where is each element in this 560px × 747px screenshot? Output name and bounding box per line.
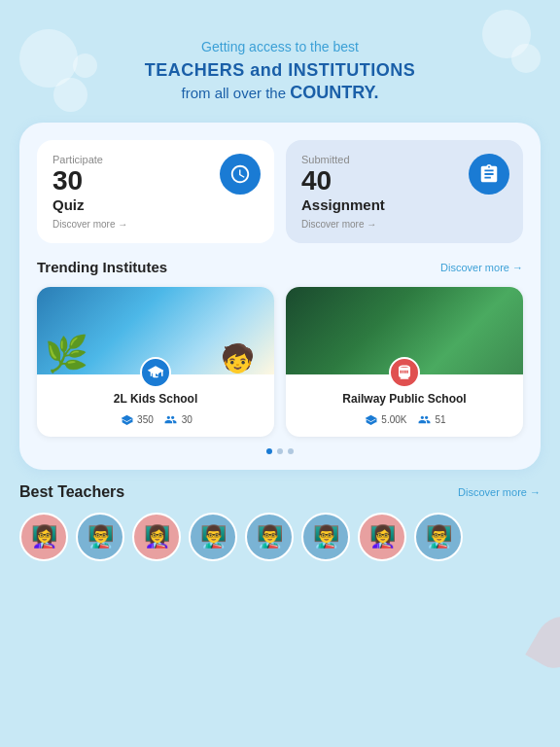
teacher-avatar-3[interactable]: 👩‍🏫 <box>132 513 181 561</box>
bubble-decoration <box>53 78 88 112</box>
stats-row: Participate 30 Quiz Discover more → Subm… <box>37 140 523 243</box>
clipboard-icon <box>478 163 500 185</box>
teachers-title: Best Teachers <box>19 483 124 501</box>
railway-logo-icon <box>396 364 413 381</box>
teacher-avatar-7[interactable]: 👩‍🏫 <box>358 513 406 561</box>
institute-image-wrap-1: 🌿 🧒 <box>37 287 274 374</box>
institute-stats-1: 350 30 <box>47 411 264 427</box>
teacher-avatar-2[interactable]: 👨‍🏫 <box>76 513 124 561</box>
student-icon <box>119 411 134 427</box>
teacher-count-1: 30 <box>182 414 192 425</box>
institute-logo-2 <box>389 357 420 388</box>
institutions-bold: INSTITUTIONS <box>288 60 415 80</box>
main-card: Participate 30 Quiz Discover more → Subm… <box>19 123 541 470</box>
teacher-avatar-4[interactable]: 👨‍🏫 <box>189 513 237 561</box>
from-text: from all over the <box>181 85 290 101</box>
teacher-icon <box>163 411 179 427</box>
dot-2[interactable] <box>277 448 283 454</box>
teachers-section: Best Teachers Discover more → 👩‍🏫👨‍🏫👩‍🏫👨… <box>19 483 541 561</box>
header-title-line3: from all over the COUNTRY. <box>58 83 502 103</box>
dot-3[interactable] <box>288 448 294 454</box>
quiz-icon <box>220 154 261 195</box>
institutes-row: 🌿 🧒 2L Kids School <box>37 287 523 437</box>
student-icon-2 <box>363 411 378 427</box>
institute-card-2[interactable]: Railway Public School 5.00K <box>286 287 523 437</box>
decorative-petal <box>525 608 560 676</box>
institute-stats-2: 5.00K 51 <box>296 411 513 427</box>
teachers-header: Best Teachers Discover more → <box>19 483 541 501</box>
inst-teachers-2: 51 <box>417 411 446 427</box>
inst-teachers-1: 30 <box>163 411 192 427</box>
teachers-avatars-row: 👩‍🏫👨‍🏫👩‍🏫👨‍🏫👨‍🏫👨‍🏫👩‍🏫👨‍🏫 <box>19 513 541 561</box>
inst-students-2: 5.00K <box>363 411 406 427</box>
institute-image-wrap-2 <box>286 287 523 374</box>
student-count-1: 350 <box>137 414 154 425</box>
quiz-discover[interactable]: Discover more → <box>52 219 259 230</box>
trending-section: Trending Institutes Discover more → 🌿 🧒 <box>37 259 523 454</box>
teacher-avatar-5[interactable]: 👨‍🏫 <box>245 513 294 561</box>
student-count-2: 5.00K <box>381 414 406 425</box>
trending-discover-link[interactable]: Discover more → <box>440 262 523 273</box>
teacher-icon-2 <box>417 411 433 427</box>
country-bold: COUNTRY. <box>290 83 378 102</box>
inst-students-1: 350 <box>119 411 154 427</box>
assignment-discover[interactable]: Discover more → <box>301 219 508 230</box>
teacher-avatar-6[interactable]: 👨‍🏫 <box>301 513 350 561</box>
trending-title: Trending Institutes <box>37 259 167 275</box>
school-logo-icon <box>147 364 164 381</box>
dot-1[interactable] <box>266 448 272 454</box>
teachers-bold: TEACHERS <box>145 60 245 80</box>
quiz-title: Quiz <box>52 196 259 213</box>
trending-header: Trending Institutes Discover more → <box>37 259 523 275</box>
assignment-icon <box>469 154 509 195</box>
teachers-discover-link[interactable]: Discover more → <box>458 486 541 498</box>
teacher-avatar-8[interactable]: 👨‍🏫 <box>414 513 463 561</box>
bubble-decoration <box>73 53 97 78</box>
carousel-dots <box>37 448 523 454</box>
institute-name-1: 2L Kids School <box>47 392 264 406</box>
header-title-line2: TEACHERS and INSTITUTIONS <box>58 58 502 83</box>
teacher-count-2: 51 <box>436 414 446 425</box>
plant-decoration: 🌿 <box>45 334 88 374</box>
assignment-title: Assignment <box>301 196 508 213</box>
bubble-decoration <box>511 44 541 73</box>
institute-card-1[interactable]: 🌿 🧒 2L Kids School <box>37 287 274 437</box>
clock-icon <box>229 163 251 185</box>
header-subtitle: Getting access to the best <box>58 39 502 54</box>
doll-decoration: 🧒 <box>221 342 255 374</box>
institute-name-2: Railway Public School <box>296 392 513 406</box>
teacher-avatar-1[interactable]: 👩‍🏫 <box>19 513 68 561</box>
institute-logo-1 <box>140 357 171 388</box>
and-text: and <box>245 60 289 80</box>
assignment-card[interactable]: Submitted 40 Assignment Discover more → <box>286 140 523 243</box>
quiz-card[interactable]: Participate 30 Quiz Discover more → <box>37 140 274 243</box>
